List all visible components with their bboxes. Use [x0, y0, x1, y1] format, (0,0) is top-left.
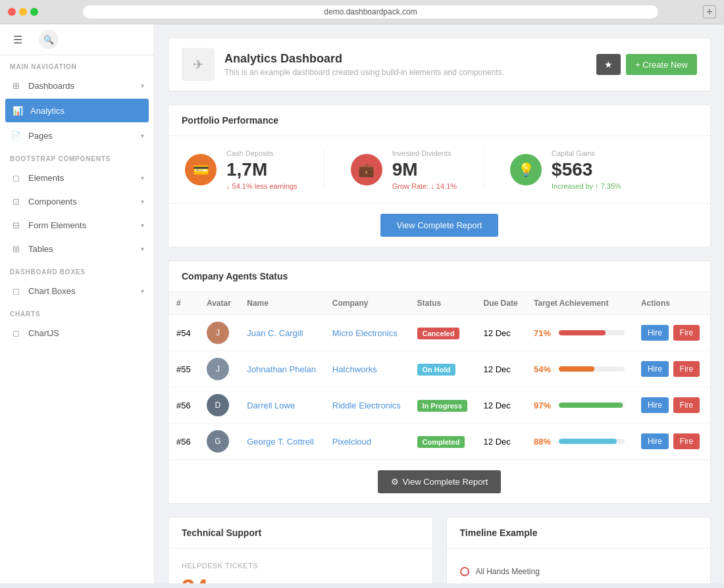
agent-company[interactable]: Pixelcloud [332, 437, 371, 447]
sidebar-item-label: Analytics [30, 106, 65, 116]
sidebar-item-analytics[interactable]: 📊 Analytics [5, 99, 149, 122]
new-tab-button[interactable]: + [703, 5, 716, 18]
cell-actions: Hire Fire [633, 387, 710, 424]
sidebar-item-chart-boxes[interactable]: ◻ Chart Boxes ▾ [0, 279, 154, 303]
sidebar: ☰ 🔍 MAIN NAVIGATION ⊞ Dashboards ▾ 📊 Ana… [0, 24, 155, 583]
target-bar [559, 330, 606, 335]
hire-button[interactable]: Hire [641, 433, 669, 449]
search-icon[interactable]: 🔍 [39, 30, 59, 49]
agents-card: Company Agents Status # Avatar Name Comp… [168, 260, 711, 504]
target-bar-bg [559, 439, 625, 444]
timeline-text: All Hands Meeting [476, 567, 540, 576]
stat-label: Invested Dividents [392, 149, 457, 157]
agent-company[interactable]: Riddle Electronics [332, 401, 401, 410]
cell-num: #56 [168, 424, 199, 460]
cell-company[interactable]: Micro Electronics [324, 315, 409, 351]
stat-value: $563 [552, 159, 621, 180]
cell-status: Canceled [409, 315, 476, 351]
fire-button[interactable]: Fire [673, 361, 700, 377]
sidebar-item-tables[interactable]: ⊞ Tables ▾ [0, 237, 154, 260]
cell-company[interactable]: Pixelcloud [324, 424, 409, 460]
agent-name[interactable]: Darrell Lowe [247, 401, 295, 410]
fire-button[interactable]: Fire [673, 397, 700, 413]
cell-company[interactable]: Riddle Electronics [324, 387, 409, 424]
status-badge: On Hold [417, 364, 456, 376]
stat-capital: 💡 Capital Gains $563 Increased by ↑ 7.35… [510, 149, 621, 190]
agent-avatar: J [207, 358, 229, 380]
chevron-icon: ▾ [141, 198, 144, 205]
col-due-date: Due Date [476, 292, 526, 315]
agents-card-header: Company Agents Status [168, 261, 710, 292]
tables-icon: ⊞ [10, 243, 22, 255]
agent-name[interactable]: George T. Cottrell [247, 437, 314, 447]
cell-name[interactable]: Darrell Lowe [239, 387, 324, 424]
view-complete-report-button-1[interactable]: View Complete Report [380, 214, 499, 237]
sidebar-item-components[interactable]: ⊡ Components ▾ [0, 189, 154, 213]
sidebar-section-bootstrap: BOOTSTRAP COMPONENTS [0, 147, 154, 166]
cell-target: 71% [526, 315, 633, 351]
target-bar-bg [559, 366, 625, 372]
sidebar-item-pages[interactable]: 📄 Pages ▾ [0, 124, 154, 147]
sidebar-item-label: Components [28, 197, 77, 207]
target-cell: 97% [534, 401, 625, 410]
cell-actions: Hire Fire [633, 351, 710, 387]
sidebar-item-chartjs[interactable]: ◻ ChartJS [0, 321, 154, 345]
hire-button[interactable]: Hire [641, 325, 669, 341]
analytics-icon: 📊 [12, 105, 24, 116]
portfolio-card: Portfolio Performance 💳 Cash Deposits 1,… [168, 105, 711, 247]
target-bar [559, 403, 623, 408]
status-badge: In Progress [417, 400, 468, 412]
sidebar-topbar: ☰ 🔍 [0, 24, 154, 55]
cell-company[interactable]: Hatchworks [324, 351, 409, 387]
sidebar-item-dashboards[interactable]: ⊞ Dashboards ▾ [0, 74, 154, 97]
create-new-button[interactable]: + Create New [626, 54, 697, 75]
view-complete-report-button-2[interactable]: ⚙ View Complete Report [378, 470, 502, 493]
agent-company[interactable]: Hatchworks [332, 364, 377, 374]
cash-deposits-icon: 💳 [185, 154, 217, 185]
agents-table: # Avatar Name Company Status Due Date Ta… [168, 292, 710, 460]
sidebar-item-form-elements[interactable]: ⊟ Form Elements ▾ [0, 213, 154, 237]
hamburger-icon[interactable]: ☰ [13, 34, 22, 46]
agent-name[interactable]: Juan C. Cargill [247, 328, 303, 338]
cell-actions: Hire Fire [633, 315, 710, 351]
hire-button[interactable]: Hire [641, 361, 669, 377]
cell-target: 97% [526, 387, 633, 424]
portfolio-stats: 💳 Cash Deposits 1,7M ↓ 54.1% less earnin… [168, 136, 710, 203]
agent-name[interactable]: Johnathan Phelan [247, 364, 316, 374]
stat-change: Increased by ↑ 7.35% [552, 182, 621, 190]
maximize-button[interactable] [30, 8, 38, 16]
col-actions: Actions [633, 292, 710, 315]
cell-name[interactable]: Johnathan Phelan [239, 351, 324, 387]
target-bar-bg [559, 330, 625, 335]
cell-actions: Hire Fire [633, 424, 710, 460]
view-report-label: View Complete Report [403, 477, 488, 487]
sidebar-item-label: Tables [28, 244, 53, 254]
agent-company[interactable]: Micro Electronics [332, 328, 398, 338]
cell-name[interactable]: Juan C. Cargill [239, 315, 324, 351]
table-row: #54 J Juan C. Cargill Micro Electronics … [168, 315, 710, 351]
chevron-icon: ▾ [141, 132, 144, 139]
col-company: Company [324, 292, 409, 315]
hire-button[interactable]: Hire [641, 397, 669, 413]
sidebar-item-elements[interactable]: ◻ Elements ▾ [0, 166, 154, 189]
cell-status: In Progress [409, 387, 476, 424]
cell-name[interactable]: George T. Cottrell [239, 424, 324, 460]
traffic-lights [8, 8, 38, 16]
cell-avatar: D [199, 387, 239, 424]
fire-button[interactable]: Fire [673, 433, 700, 449]
page-title-right: ★ + Create New [596, 54, 697, 75]
page-title-bar: ✈ Analytics Dashboard This is an example… [168, 37, 711, 91]
pages-icon: 📄 [10, 130, 22, 141]
col-status: Status [409, 292, 476, 315]
fire-button[interactable]: Fire [673, 325, 700, 341]
star-button[interactable]: ★ [596, 54, 621, 75]
elements-icon: ◻ [10, 172, 22, 184]
url-bar[interactable]: demo.dashboardpack.com [83, 5, 658, 18]
minimize-button[interactable] [19, 8, 27, 16]
sidebar-item-label: ChartJS [28, 328, 59, 338]
stat-value: 1,7M [226, 159, 297, 180]
agent-avatar: J [207, 322, 229, 344]
close-button[interactable] [8, 8, 16, 16]
timeline-dot [460, 567, 469, 576]
browser-chrome: demo.dashboardpack.com + [0, 0, 724, 24]
